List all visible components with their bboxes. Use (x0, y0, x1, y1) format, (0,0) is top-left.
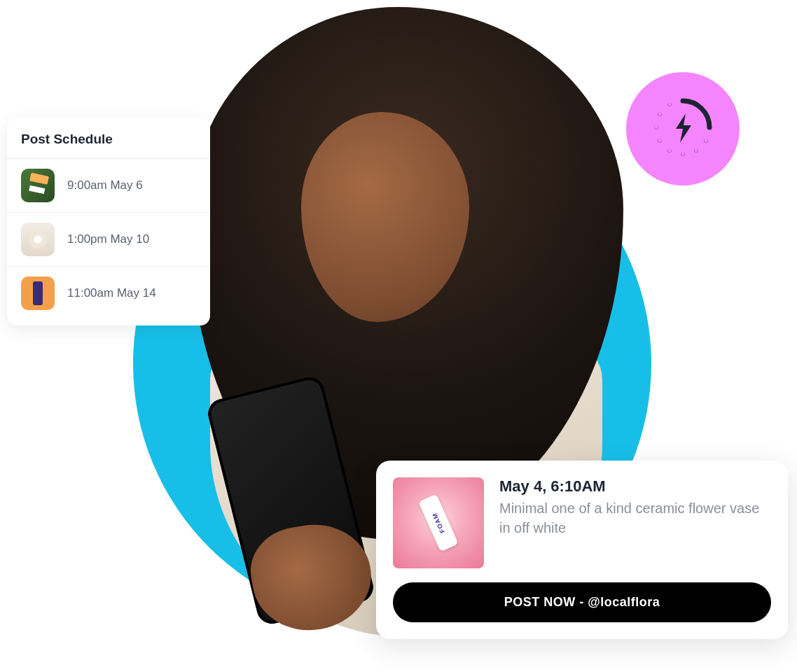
post-now-card: May 4, 6:10AM Minimal one of a kind cera… (376, 461, 788, 639)
schedule-time-label: 1:00pm May 10 (67, 232, 149, 246)
schedule-thumbnail (21, 223, 55, 256)
schedule-row[interactable]: 1:00pm May 10 (7, 213, 210, 267)
post-now-button[interactable]: POST NOW - @localflora (393, 582, 771, 622)
post-thumbnail (393, 477, 484, 568)
schedule-time-label: 11:00am May 14 (67, 286, 156, 300)
post-date: May 4, 6:10AM (499, 477, 771, 496)
schedule-time-label: 9:00am May 6 (67, 178, 143, 192)
schedule-thumbnail (21, 276, 55, 310)
schedule-row[interactable]: 11:00am May 14 (7, 267, 210, 320)
schedule-thumbnail (21, 169, 55, 202)
lightning-loading-icon (648, 92, 718, 165)
post-schedule-card: Post Schedule 9:00am May 6 1:00pm May 10… (7, 118, 210, 326)
activity-badge (626, 72, 740, 186)
post-schedule-title: Post Schedule (7, 129, 210, 159)
schedule-row[interactable]: 9:00am May 6 (7, 159, 210, 213)
post-description: Minimal one of a kind ceramic flower vas… (499, 498, 771, 538)
